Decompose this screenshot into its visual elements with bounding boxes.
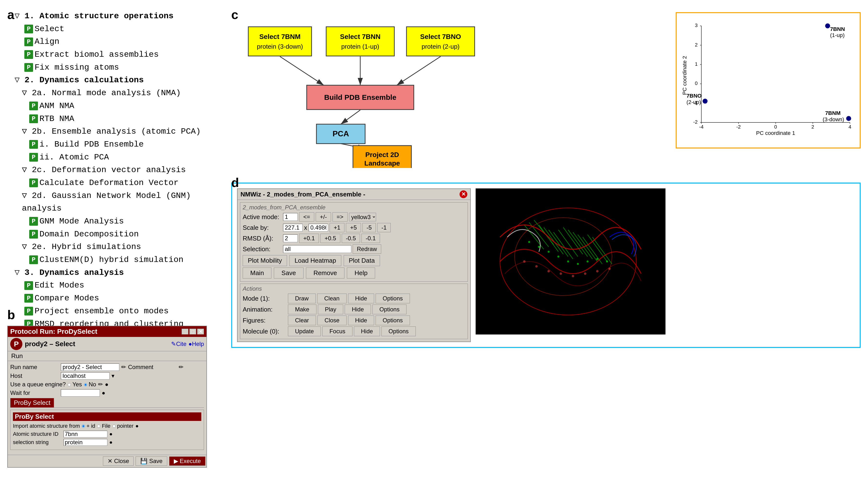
main-button[interactable]: Main <box>243 268 271 278</box>
import-file[interactable]: File <box>97 423 110 429</box>
rmsd-input[interactable] <box>283 235 298 242</box>
tree-item-edit-modes[interactable]: P Edit Modes <box>24 279 226 292</box>
rmsd-p01[interactable]: +0.1 <box>299 234 319 243</box>
tab-prody-select[interactable]: ProBy Select <box>10 398 54 408</box>
rmsd-m01[interactable]: -0.1 <box>362 234 380 243</box>
mol-update-button[interactable]: Update <box>288 326 321 336</box>
svg-point-78 <box>560 272 562 275</box>
color-select[interactable]: yellow3 <box>349 213 376 221</box>
comment-label: Comment <box>128 364 177 371</box>
anim-hide-button[interactable]: Hide <box>345 304 371 314</box>
nmwiz-section-name: 2_modes_from_PCA_ensemble <box>243 204 465 211</box>
mode-draw-button[interactable]: Draw <box>288 294 316 303</box>
selection-string-input[interactable] <box>64 439 107 446</box>
tree-item-clustenm[interactable]: P ClustENM(D) hybrid simulation <box>29 253 226 266</box>
tree-section-3: ▽ 3. Dynamics analysis <box>15 266 226 279</box>
queue-info: ● <box>105 381 108 388</box>
redraw-button[interactable]: Redraw <box>353 244 381 254</box>
menu-run[interactable]: Run <box>8 351 26 361</box>
plot-mobility-button[interactable]: Plot Mobility <box>243 255 287 266</box>
help-button[interactable]: Help <box>347 268 375 278</box>
plot-data-button[interactable]: Plot Data <box>344 255 380 266</box>
selection-input[interactable] <box>283 245 351 253</box>
anim-make-button[interactable]: Make <box>288 304 317 314</box>
tree-item-domain[interactable]: P Domain Decomposition <box>29 228 226 241</box>
anim-options-button[interactable]: Options <box>372 304 407 314</box>
import-id[interactable]: + id <box>82 423 95 429</box>
tree-item-gnm[interactable]: P GNM Mode Analysis <box>29 215 226 228</box>
figures-label: Figures: <box>243 317 287 324</box>
execute-button[interactable]: ▶ Execute <box>169 457 205 466</box>
active-mode-input[interactable] <box>283 213 298 221</box>
mode-clean-button[interactable]: Clean <box>317 294 347 303</box>
host-dropdown[interactable]: ▾ <box>111 372 115 379</box>
pencil-icon: ✏ <box>121 364 126 371</box>
panel-d-label: d <box>231 175 239 190</box>
scale-val2[interactable] <box>308 224 328 231</box>
wait-input[interactable] <box>61 389 100 397</box>
mol-focus-button[interactable]: Focus <box>322 326 352 336</box>
save-window-button[interactable]: 💾 Save <box>135 457 167 466</box>
tree-item-project-modes[interactable]: P Project ensemble onto modes <box>24 305 226 318</box>
mode-arrow-left[interactable]: <= <box>299 212 314 222</box>
queue-yes[interactable]: Yes <box>68 381 82 388</box>
queue-help[interactable]: ✏ <box>98 381 103 388</box>
tree-item-select[interactable]: P Select <box>24 23 226 35</box>
atomic-id-input[interactable] <box>64 430 107 438</box>
node-select7bnn[interactable] <box>326 27 394 56</box>
svg-text:protein (2-up): protein (2-up) <box>422 43 460 50</box>
svg-point-73 <box>596 258 598 260</box>
tree-item-extract[interactable]: P Extract biomol assemblies <box>24 48 226 61</box>
remove-button[interactable]: Remove <box>306 268 345 278</box>
mode-pm[interactable]: +/- <box>316 212 331 222</box>
mode-hide-button[interactable]: Hide <box>348 294 374 303</box>
mol-options-button[interactable]: Options <box>381 326 416 336</box>
mode-arrow-right[interactable]: => <box>332 212 348 222</box>
tree-item-atomic-pca[interactable]: P ii. Atomic PCA <box>29 151 226 164</box>
wait-label: Wait for <box>10 390 59 396</box>
figures-close-button[interactable]: Close <box>317 316 346 325</box>
anim-play-button[interactable]: Play <box>318 304 344 314</box>
figures-options-button[interactable]: Options <box>376 316 410 325</box>
protocol-window-title: Protocol Run: ProDySelect <box>10 328 97 336</box>
scale-p5[interactable]: +5 <box>346 223 361 232</box>
close-button[interactable]: ✕ <box>197 329 204 335</box>
tree-item-fix[interactable]: P Fix missing atoms <box>24 61 226 74</box>
rmsd-m05[interactable]: -0.5 <box>342 234 360 243</box>
figures-hide-button[interactable]: Hide <box>348 316 374 325</box>
scale-m1[interactable]: -1 <box>377 223 391 232</box>
figures-clear-button[interactable]: Clear <box>288 316 316 325</box>
minimize-button[interactable]: _ <box>181 329 189 335</box>
close-window-button[interactable]: ✕ Close <box>103 457 134 466</box>
tree-item-rtb[interactable]: P RTB NMA <box>29 113 226 125</box>
tree-item-align[interactable]: P Align <box>24 35 226 48</box>
node-select7bno[interactable] <box>406 27 475 56</box>
mol-hide-button[interactable]: Hide <box>354 326 380 336</box>
scale-val1[interactable] <box>283 224 302 231</box>
svg-text:2: 2 <box>695 42 698 47</box>
host-input[interactable] <box>61 372 109 379</box>
import-pointer[interactable]: pointer <box>113 423 133 429</box>
mode-options-button[interactable]: Options <box>376 294 410 303</box>
node-select7bnm[interactable] <box>248 27 312 56</box>
svg-point-81 <box>596 270 599 272</box>
tree-item-compare-modes[interactable]: P Compare Modes <box>24 292 226 305</box>
tree-item-build-ensemble[interactable]: P i. Build PDB Ensemble <box>29 138 226 151</box>
cite-link[interactable]: ✎Cite <box>171 341 187 347</box>
maximize-button[interactable]: □ <box>189 329 196 335</box>
load-heatmap-button[interactable]: Load Heatmap <box>290 255 341 266</box>
rmsd-p05[interactable]: +0.5 <box>320 234 340 243</box>
svg-text:(2-up): (2-up) <box>687 99 701 105</box>
run-name-input[interactable] <box>61 364 119 371</box>
nmwiz-close-button[interactable]: ✕ <box>460 190 467 198</box>
scale-m5[interactable]: -5 <box>363 223 376 232</box>
scale-p1[interactable]: +1 <box>329 223 344 232</box>
tree-item-anm[interactable]: P ANM NMA <box>29 100 226 113</box>
save-button[interactable]: Save <box>274 268 303 278</box>
selection-info: ● <box>109 439 113 445</box>
point-7bnn <box>825 23 830 28</box>
nmwiz-window: NMWiz - 2_modes_from_PCA_ensemble - ✕ 2_… <box>237 189 471 342</box>
queue-no[interactable]: No <box>84 381 96 388</box>
help-link[interactable]: ●Help <box>189 341 204 347</box>
tree-item-deformation[interactable]: P Calculate Deformation Vector <box>29 176 226 189</box>
